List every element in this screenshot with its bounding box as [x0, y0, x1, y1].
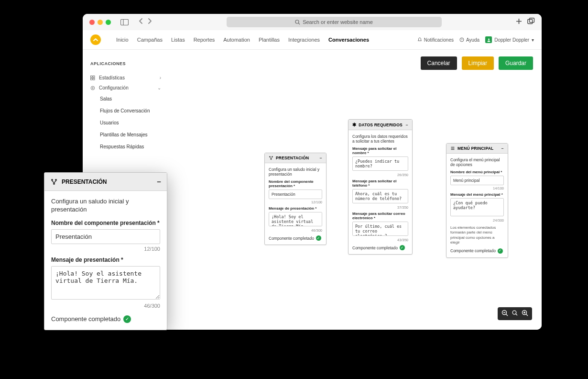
node-status: Componente completado ✓ — [269, 235, 322, 241]
help-link[interactable]: ? Ayuda — [459, 37, 479, 43]
node-header[interactable]: PRESENTACIÓN − — [265, 153, 326, 163]
svg-point-16 — [92, 87, 93, 88]
node-presentacion[interactable]: PRESENTACIÓN − Configura un saludo inici… — [264, 153, 327, 245]
nav-conversaciones[interactable]: Conversaciones — [328, 37, 369, 43]
node-menu[interactable]: MENÚ PRINCIPAL − Configura el menú princ… — [446, 143, 508, 258]
svg-line-25 — [506, 314, 508, 316]
maximize-dot[interactable] — [106, 20, 111, 25]
minimize-icon[interactable]: − — [501, 146, 504, 151]
check-icon: ✓ — [498, 248, 503, 254]
panel-status: Componente completado ✓ — [51, 315, 160, 323]
node-body: Configura un saludo inicial y presentaci… — [265, 163, 326, 245]
svg-rect-7 — [530, 18, 534, 22]
panel-header[interactable]: PRESENTACIÓN − — [44, 173, 167, 191]
nav-campanas[interactable]: Campañas — [137, 37, 163, 43]
svg-point-18 — [272, 156, 273, 157]
flow-canvas[interactable]: Cancelar Limpiar Guardar PRESENTACIÓN − — [169, 50, 542, 330]
address-bar[interactable]: Search or enter website name — [227, 17, 442, 27]
svg-rect-12 — [93, 76, 95, 78]
forward-icon[interactable] — [147, 18, 152, 26]
svg-rect-14 — [93, 78, 95, 80]
svg-rect-6 — [528, 20, 533, 24]
presentation-name-input[interactable] — [51, 229, 160, 244]
nav-integraciones[interactable]: Integraciones — [288, 37, 320, 43]
svg-point-19 — [271, 158, 272, 160]
clear-button[interactable]: Limpiar — [462, 56, 494, 70]
svg-rect-0 — [121, 19, 129, 25]
menu-msg-input[interactable] — [450, 198, 504, 216]
phone-msg-input[interactable] — [352, 189, 408, 203]
back-icon[interactable] — [138, 18, 144, 26]
check-icon: ✓ — [400, 245, 405, 250]
sidebar-title: APLICACIONES — [90, 61, 161, 66]
nav-automation[interactable]: Automation — [223, 37, 250, 43]
svg-text:?: ? — [461, 38, 463, 41]
nav-listas[interactable]: Listas — [171, 37, 185, 43]
sidebar-toggle-icon[interactable] — [120, 19, 129, 25]
list-icon — [450, 146, 455, 151]
svg-rect-13 — [91, 78, 93, 80]
minimize-icon[interactable]: − — [406, 123, 408, 127]
node-header[interactable]: MENÚ PRINCIPAL − — [446, 144, 508, 154]
zoom-out-icon[interactable] — [501, 310, 508, 318]
email-msg-input[interactable] — [352, 222, 408, 236]
chevron-down-icon: ⌄ — [157, 85, 161, 90]
cancel-button[interactable]: Cancelar — [421, 56, 457, 70]
sidebar-item-respuestas[interactable]: Respuestas Rápidas — [100, 141, 161, 153]
app-logo[interactable] — [90, 34, 101, 45]
user-menu[interactable]: Doppler Doppler ▾ — [485, 36, 534, 43]
nav-plantillas[interactable]: Plantillas — [259, 37, 280, 43]
node-name-input[interactable] — [269, 190, 322, 199]
node-message-input[interactable] — [269, 212, 322, 226]
sidebar-item-flujos[interactable]: Flujos de Conversación — [100, 105, 161, 117]
sidebar-item-salas[interactable]: Salas — [100, 93, 161, 105]
node-body: Configura el menú principal de opciones … — [446, 154, 508, 257]
zoom-in-icon[interactable] — [522, 310, 528, 318]
canvas-nodes: PRESENTACIÓN − Configura un saludo inici… — [169, 50, 542, 330]
tabs-icon[interactable] — [527, 18, 535, 26]
menu-name-input[interactable] — [450, 176, 504, 185]
zoom-controls — [498, 307, 532, 320]
nav-reportes[interactable]: Reportes — [194, 37, 215, 43]
sidebar-item-config[interactable]: Configuración ⌄ — [90, 83, 161, 93]
sidebar-item-usuarios[interactable]: Usuarios — [100, 117, 161, 129]
app-header: Inicio Campañas Listas Reportes Automati… — [83, 30, 542, 50]
header-right: Notificaciones ? Ayuda Doppler Doppler ▾ — [417, 36, 534, 43]
branch-icon — [50, 178, 58, 186]
browser-right-controls — [515, 18, 535, 27]
svg-point-17 — [269, 156, 271, 157]
notifications-link[interactable]: Notificaciones — [417, 37, 454, 43]
action-bar: Cancelar Limpiar Guardar — [421, 56, 533, 70]
gear-icon — [90, 86, 95, 90]
minimize-icon[interactable]: − — [320, 156, 322, 160]
check-icon: ✓ — [316, 235, 321, 241]
svg-point-10 — [488, 38, 490, 40]
presentacion-zoom-panel[interactable]: PRESENTACIÓN − Configura un saludo inici… — [44, 172, 167, 330]
save-button[interactable]: Guardar — [499, 56, 533, 70]
browser-chrome: Search or enter website name — [83, 14, 542, 30]
svg-line-27 — [516, 314, 517, 315]
minimize-icon[interactable]: − — [157, 178, 161, 186]
svg-rect-11 — [91, 76, 93, 78]
panel-body: Configura un saludo inicial y presentaci… — [44, 191, 167, 330]
svg-point-2 — [295, 20, 299, 23]
sidebar-item-stats[interactable]: Estadísticas › — [90, 73, 161, 83]
name-msg-input[interactable] — [352, 156, 408, 171]
zoom-reset-icon[interactable] — [512, 310, 518, 317]
presentation-message-input[interactable] — [51, 266, 160, 300]
chevron-right-icon: › — [160, 75, 161, 80]
close-dot[interactable] — [89, 20, 95, 25]
nav-arrows — [138, 18, 152, 26]
svg-point-33 — [55, 178, 57, 180]
node-datos[interactable]: ✱ DATOS REQUERIDOS − Configura los datos… — [348, 119, 413, 255]
minimize-dot[interactable] — [98, 20, 103, 25]
sidebar-item-plantillas[interactable]: Plantillas de Mensajes — [100, 129, 161, 141]
branch-icon — [269, 156, 273, 160]
address-placeholder: Search or enter website name — [303, 19, 373, 25]
main-nav: Inicio Campañas Listas Reportes Automati… — [116, 37, 369, 43]
nav-inicio[interactable]: Inicio — [116, 37, 129, 43]
svg-point-32 — [51, 178, 53, 180]
new-tab-icon[interactable] — [515, 18, 523, 27]
stats-icon — [90, 76, 95, 80]
node-header[interactable]: ✱ DATOS REQUERIDOS − — [348, 120, 412, 130]
